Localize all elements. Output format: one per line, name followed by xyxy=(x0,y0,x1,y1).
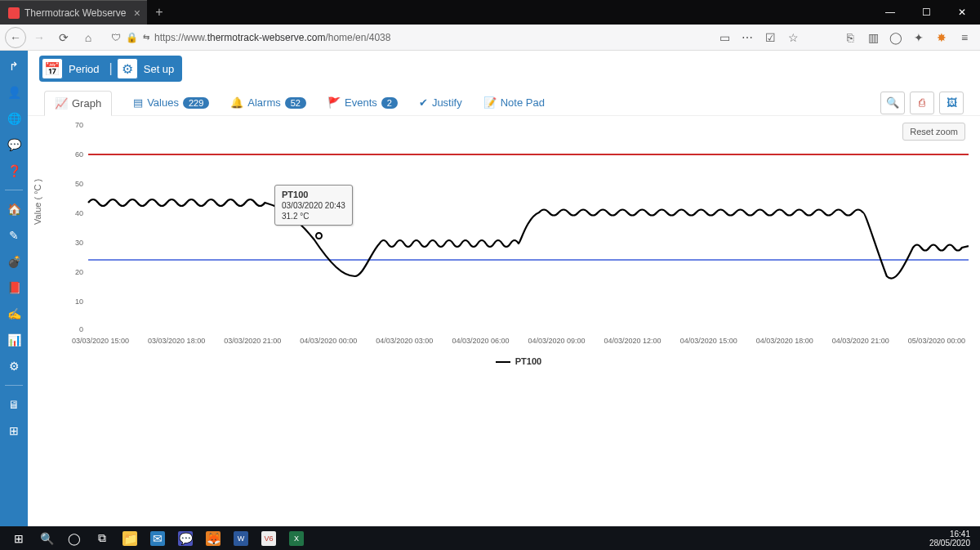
windows-taskbar: ⊞ 🔍 ◯ ⧉ 📁 ✉ 💬 🦊 W V6 X 16:41 28/05/2020 xyxy=(0,526,980,550)
sub-tabs: 📈 Graph ▤ Values 229 🔔 Alarms 52 🚩 Event… xyxy=(28,87,980,116)
svg-text:10: 10 xyxy=(75,297,83,306)
taskview-icon[interactable]: ⧉ xyxy=(88,526,116,550)
list-icon: ▤ xyxy=(133,96,143,109)
extension-icon[interactable]: ✸ xyxy=(931,27,952,48)
reset-zoom-button[interactable]: Reset zoom xyxy=(902,123,965,141)
hover-point-marker xyxy=(315,232,323,239)
bookmark-icon[interactable]: ☆ xyxy=(782,27,804,48)
library-icon[interactable]: ⎘ xyxy=(840,27,861,48)
taskbar-search-icon[interactable]: 🔍 xyxy=(33,526,60,550)
search-button[interactable]: 🔍 xyxy=(880,92,905,114)
calendar-icon[interactable]: 📅 xyxy=(42,58,63,79)
rail-home-icon[interactable]: 🏠 xyxy=(0,197,28,221)
mail-icon[interactable]: ✉ xyxy=(144,526,172,550)
tab-notepad[interactable]: 📝 Note Pad xyxy=(483,96,545,109)
svg-text:60: 60 xyxy=(75,150,83,159)
more-icon[interactable]: ⋯ xyxy=(737,27,758,48)
image-export-button[interactable]: 🖼 xyxy=(939,92,964,114)
y-axis-label: Value ( °C ) xyxy=(33,179,42,225)
home-button[interactable]: ⌂ xyxy=(77,26,100,49)
period-button[interactable]: Period xyxy=(65,63,108,75)
teams-icon[interactable]: 💬 xyxy=(172,526,199,550)
favicon xyxy=(8,7,20,19)
rail-globe-icon[interactable]: 🌐 xyxy=(0,106,28,131)
reload-button[interactable]: ⟳ xyxy=(52,26,75,49)
tab-graph[interactable]: 📈 Graph xyxy=(44,91,112,116)
period-setup-pill: 📅 Period | ⚙ Set up xyxy=(39,56,182,82)
word-icon[interactable]: W xyxy=(227,526,255,550)
tab-justify[interactable]: ✔ Justify xyxy=(419,96,462,109)
browser-toolbar: ← → ⟳ ⌂ 🛡 🔒 ⇆ https://www.thermotrack-we… xyxy=(0,25,980,51)
start-button[interactable]: ⊞ xyxy=(5,526,33,550)
star-icon[interactable]: ✦ xyxy=(908,27,929,48)
left-rail: ↱ 👤 🌐 💬 ❓ 🏠 ✎ 💣 📕 ✍ 📊 ⚙ 🖥 ⊞ xyxy=(0,51,28,526)
tray-date: 28/05/2020 xyxy=(929,539,970,548)
rail-grid-icon[interactable]: ⊞ xyxy=(0,418,28,443)
chart-tooltip: PT100 03/03/2020 20:43 31.2 °C xyxy=(274,185,353,226)
svg-text:30: 30 xyxy=(75,239,83,247)
chart-area[interactable]: Reset zoom Value ( °C ) 706050 403020 10… xyxy=(69,121,969,374)
shield-icon: 🛡 xyxy=(111,32,121,43)
chart-svg[interactable]: 706050 403020 100 xyxy=(69,121,969,333)
rail-user-icon[interactable]: 👤 xyxy=(0,80,28,105)
sidebar-icon[interactable]: ▥ xyxy=(862,27,884,48)
browser-tab[interactable]: Thermotrack Webserve × xyxy=(0,0,147,25)
chart-icon: 📈 xyxy=(55,97,68,110)
svg-text:0: 0 xyxy=(79,325,83,333)
browser-titlebar: Thermotrack Webserve × + — ☐ ✕ xyxy=(0,0,980,25)
forward-button[interactable]: → xyxy=(28,26,51,49)
system-tray[interactable]: 16:41 28/05/2020 xyxy=(929,530,975,548)
rail-export-icon[interactable]: ↱ xyxy=(0,54,28,78)
lock-icon: 🔒 xyxy=(126,32,138,43)
events-badge: 2 xyxy=(381,97,398,109)
notepad-icon: 📝 xyxy=(483,96,497,109)
rail-help-icon[interactable]: ❓ xyxy=(0,159,28,183)
pdf-export-button[interactable]: ⎙ xyxy=(910,92,934,114)
reader-icon[interactable]: ▭ xyxy=(714,27,735,48)
explorer-icon[interactable]: 📁 xyxy=(116,526,144,550)
back-button[interactable]: ← xyxy=(5,27,26,48)
rail-dashboard-icon[interactable]: 📊 xyxy=(0,328,28,352)
alarms-badge: 52 xyxy=(285,97,306,109)
close-window-button[interactable]: ✕ xyxy=(944,0,980,25)
rail-settings-icon[interactable]: ⚙ xyxy=(0,354,28,378)
chart-legend[interactable]: PT100 xyxy=(69,356,969,366)
protection-icon[interactable]: ☑ xyxy=(760,27,781,48)
x-axis-ticks: 03/03/2020 15:0003/03/2020 18:0003/03/20… xyxy=(69,337,969,345)
svg-text:40: 40 xyxy=(75,209,83,217)
app-icon[interactable]: V6 xyxy=(255,526,283,550)
rail-book-icon[interactable]: 📕 xyxy=(0,275,28,300)
settings-toggle-icon: ⇆ xyxy=(143,33,149,42)
rail-chat-icon[interactable]: 💬 xyxy=(0,132,28,157)
svg-text:50: 50 xyxy=(75,180,83,188)
check-icon: ✔ xyxy=(419,96,428,109)
setup-button[interactable]: Set up xyxy=(140,63,183,75)
series-pt100 xyxy=(88,199,969,279)
excel-icon[interactable]: X xyxy=(283,526,310,550)
address-bar[interactable]: 🛡 🔒 ⇆ https://www.thermotrack-webserve.c… xyxy=(111,27,634,48)
url-text: https://www.thermotrack-webserve.com/hom… xyxy=(154,32,390,43)
minimize-button[interactable]: — xyxy=(872,0,908,25)
tab-values[interactable]: ▤ Values 229 xyxy=(133,96,209,109)
tab-alarms[interactable]: 🔔 Alarms 52 xyxy=(230,96,306,109)
rail-bomb-icon[interactable]: 💣 xyxy=(0,249,28,274)
rail-edit-icon[interactable]: ✎ xyxy=(0,223,28,248)
action-bar: 📅 Period | ⚙ Set up xyxy=(28,51,980,87)
tab-title: Thermotrack Webserve xyxy=(24,7,126,19)
tray-time: 16:41 xyxy=(929,530,970,539)
tab-events[interactable]: 🚩 Events 2 xyxy=(327,96,398,109)
rail-monitor-icon[interactable]: 🖥 xyxy=(0,392,28,417)
cortana-icon[interactable]: ◯ xyxy=(60,526,88,550)
flag-icon: 🚩 xyxy=(327,96,341,109)
main-content: 📅 Period | ⚙ Set up 📈 Graph ▤ Values 229… xyxy=(28,51,980,526)
gear-icon[interactable]: ⚙ xyxy=(117,58,138,79)
account-icon[interactable]: ◯ xyxy=(885,27,906,48)
rail-compose-icon[interactable]: ✍ xyxy=(0,302,28,326)
menu-icon[interactable]: ≡ xyxy=(954,27,975,48)
svg-text:20: 20 xyxy=(75,268,83,276)
new-tab-button[interactable]: + xyxy=(147,0,172,25)
bell-icon: 🔔 xyxy=(230,96,243,109)
maximize-button[interactable]: ☐ xyxy=(908,0,944,25)
firefox-icon[interactable]: 🦊 xyxy=(199,526,227,550)
close-tab-icon[interactable]: × xyxy=(134,7,140,20)
